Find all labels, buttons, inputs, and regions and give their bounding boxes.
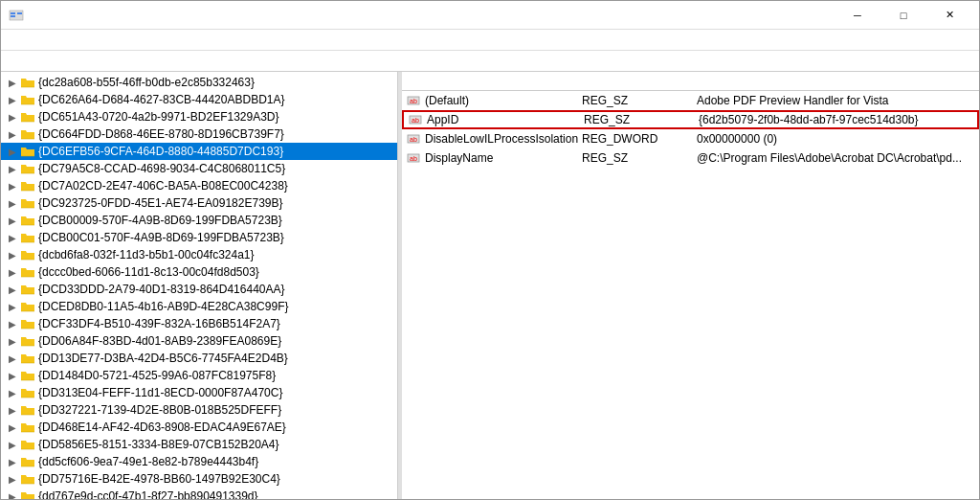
folder-icon: [20, 352, 35, 365]
minimize-button[interactable]: ─: [835, 1, 880, 30]
tree-toggle-icon: ▶: [5, 302, 20, 312]
right-panel: ab (Default)REG_SZAdobe PDF Preview Hand…: [402, 72, 979, 499]
menu-edit[interactable]: [20, 38, 35, 42]
tree-item-label: {dd767e9d-cc0f-47b1-8f27-bb890491339d}: [38, 489, 258, 499]
menu-file[interactable]: [5, 38, 20, 42]
tree-item-label: {DD313E04-FEFF-11d1-8ECD-0000F87A470C}: [38, 386, 282, 399]
tree-item-label: {DCF33DF4-B510-439F-832A-16B6B514F2A7}: [38, 317, 280, 330]
tree-item[interactable]: ▶ {DC79A5C8-CCAD-4698-9034-C4C8068011C5}: [1, 160, 397, 177]
close-button[interactable]: ✕: [927, 1, 971, 30]
menu-view[interactable]: [35, 38, 51, 42]
tree-item[interactable]: ▶ {DC651A43-0720-4a2b-9971-BD2EF1329A3D}: [1, 108, 397, 125]
col-header-data: [693, 72, 975, 90]
menu-help[interactable]: [66, 38, 81, 42]
tree-item[interactable]: ▶ {DC6EFB56-9CFA-464D-8880-44885D7DC193}: [1, 143, 397, 160]
tree-item-label: {DD1484D0-5721-4525-99A6-087FC81975F8}: [38, 369, 276, 382]
svg-text:ab: ab: [410, 155, 417, 162]
tree-item[interactable]: ▶ {DD5856E5-8151-3334-B8E9-07CB152B20A4}: [1, 436, 397, 453]
registry-value-type: REG_SZ: [582, 94, 697, 107]
folder-icon: [20, 179, 35, 193]
registry-editor-window: ─ □ ✕ ▶ {dc28a608-b55f-46ff-b0db-e2c85b3…: [0, 0, 980, 500]
folder-icon: [20, 420, 35, 434]
tree-toggle-icon: ▶: [5, 319, 20, 330]
registry-value-name: (Default): [425, 94, 582, 107]
tree-toggle-icon: ▶: [5, 440, 20, 450]
tree-toggle-icon: ▶: [5, 336, 20, 347]
folder-icon: [20, 110, 35, 124]
svg-rect-2: [11, 15, 15, 17]
folder-icon: [20, 145, 35, 158]
data-list[interactable]: ab (Default)REG_SZAdobe PDF Preview Hand…: [402, 91, 979, 499]
tree-item[interactable]: ▶ {dcbd6fa8-032f-11d3-b5b1-00c04fc324a1}: [1, 246, 397, 263]
registry-value-data: @C:\Program Files\Adobe\Acrobat DC\Acrob…: [697, 151, 975, 165]
tree-item[interactable]: ▶ {DCB00C01-570F-4A9B-8D69-199FDBA5723B}: [1, 229, 397, 246]
tree-toggle-icon: ▶: [5, 147, 20, 157]
tree-item-label: {dd5cf606-9ea7-49e1-8e82-b789e4443b4f}: [38, 455, 258, 468]
tree-toggle-icon: ▶: [5, 181, 20, 192]
tree-item-label: {DCB00009-570F-4A9B-8D69-199FDBA5723B}: [38, 214, 282, 227]
tree-toggle-icon: ▶: [5, 78, 20, 88]
tree-item[interactable]: ▶ {dccc0bed-6066-11d1-8c13-00c04fd8d503}: [1, 263, 397, 281]
tree-toggle-icon: ▶: [5, 491, 20, 500]
svg-rect-1: [11, 12, 15, 14]
folder-icon: [20, 214, 35, 227]
menu-favorites[interactable]: [51, 38, 66, 42]
registry-value-data: 0x00000000 (0): [697, 132, 975, 146]
tree-toggle-icon: ▶: [5, 284, 20, 295]
folder-icon: [20, 248, 35, 261]
data-row[interactable]: ab DisableLowILProcessIsolationREG_DWORD…: [402, 129, 979, 148]
tree-item[interactable]: ▶ {DD468E14-AF42-4D63-8908-EDAC4A9E67AE}: [1, 419, 397, 436]
folder-icon: [20, 489, 35, 499]
svg-text:ab: ab: [410, 136, 417, 143]
tree-item[interactable]: ▶ {DD313E04-FEFF-11d1-8ECD-0000F87A470C}: [1, 384, 397, 401]
tree-item-label: {dc28a608-b55f-46ff-b0db-e2c85b332463}: [38, 76, 255, 89]
maximize-button[interactable]: □: [881, 1, 925, 30]
tree-item[interactable]: ▶ {DC7A02CD-2E47-406C-BA5A-B08EC00C4238}: [1, 177, 397, 194]
tree-item[interactable]: ▶ {dd5cf606-9ea7-49e1-8e82-b789e4443b4f}: [1, 453, 397, 470]
tree-toggle-icon: ▶: [5, 216, 20, 226]
tree-toggle-icon: ▶: [5, 95, 20, 105]
svg-text:ab: ab: [410, 98, 417, 104]
folder-icon: [20, 403, 35, 417]
tree-item[interactable]: ▶ {DD06A84F-83BD-4d01-8AB9-2389FEA0869E}: [1, 332, 397, 350]
tree-item[interactable]: ▶ {dd767e9d-cc0f-47b1-8f27-bb890491339d}: [1, 488, 397, 499]
tree-item-label: {DC651A43-0720-4a2b-9971-BD2EF1329A3D}: [38, 110, 279, 124]
registry-value-name: AppID: [427, 113, 584, 126]
registry-value-type: REG_DWORD: [582, 132, 697, 146]
tree-toggle-icon: ▶: [5, 267, 20, 278]
tree-toggle-icon: ▶: [5, 353, 20, 364]
tree-item[interactable]: ▶ {DCD33DDD-2A79-40D1-8319-864D416440AA}: [1, 281, 397, 298]
tree-item[interactable]: ▶ {DD13DE77-D3BA-42D4-B5C6-7745FA4E2D4B}: [1, 350, 397, 367]
tree-item-label: {DC626A64-D684-4627-83CB-44420ABDBD1A}: [38, 93, 285, 106]
data-row[interactable]: ab DisplayNameREG_SZ@C:\Program Files\Ad…: [402, 148, 979, 168]
address-bar: [1, 51, 979, 72]
tree-panel[interactable]: ▶ {dc28a608-b55f-46ff-b0db-e2c85b332463}…: [1, 72, 398, 499]
tree-item[interactable]: ▶ {DCF33DF4-B510-439F-832A-16B6B514F2A7}: [1, 315, 397, 332]
folder-icon: [20, 265, 35, 279]
tree-item[interactable]: ▶ {DC664FDD-D868-46EE-8780-8D196CB739F7}: [1, 125, 397, 143]
registry-value-icon: ab: [406, 93, 421, 108]
tree-item[interactable]: ▶ {DD75716E-B42E-4978-BB60-1497B92E30C4}: [1, 470, 397, 488]
tree-item[interactable]: ▶ {DD1484D0-5721-4525-99A6-087FC81975F8}: [1, 367, 397, 384]
folder-icon: [20, 196, 35, 210]
window-controls: ─ □ ✕: [835, 1, 971, 30]
folder-icon: [20, 472, 35, 486]
tree-toggle-icon: ▶: [5, 388, 20, 398]
tree-item[interactable]: ▶ {DCB00009-570F-4A9B-8D69-199FDBA5723B}: [1, 212, 397, 229]
tree-toggle-icon: ▶: [5, 371, 20, 381]
tree-item[interactable]: ▶ {DCED8DB0-11A5-4b16-AB9D-4E28CA38C99F}: [1, 298, 397, 315]
folder-icon: [20, 455, 35, 468]
tree-item[interactable]: ▶ {DC923725-0FDD-45E1-AE74-EA09182E739B}: [1, 194, 397, 212]
tree-item-label: {DC6EFB56-9CFA-464D-8880-44885D7DC193}: [38, 145, 283, 158]
folder-icon: [20, 231, 35, 244]
folder-icon: [20, 127, 35, 141]
registry-value-name: DisplayName: [425, 151, 582, 165]
tree-item[interactable]: ▶ {dc28a608-b55f-46ff-b0db-e2c85b332463}: [1, 74, 397, 91]
folder-icon: [20, 93, 35, 106]
tree-item[interactable]: ▶ {DD327221-7139-4D2E-8B0B-018B525DFEFF}: [1, 401, 397, 419]
data-row[interactable]: ab AppIDREG_SZ{6d2b5079-2f0b-48dd-ab7f-9…: [402, 110, 979, 129]
data-row[interactable]: ab (Default)REG_SZAdobe PDF Preview Hand…: [402, 91, 979, 110]
tree-item[interactable]: ▶ {DC626A64-D684-4627-83CB-44420ABDBD1A}: [1, 91, 397, 108]
tree-toggle-icon: ▶: [5, 233, 20, 243]
registry-value-icon: ab: [408, 112, 423, 127]
